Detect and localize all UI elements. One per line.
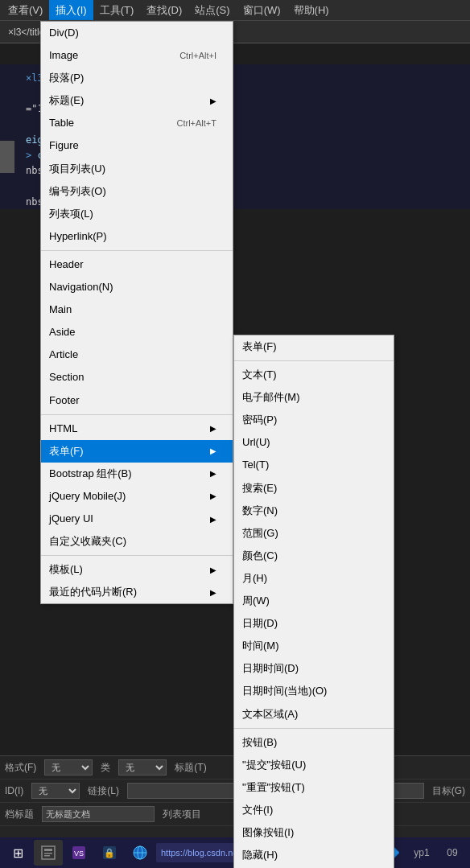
- menu-bar: 查看(V) 插入(I) 工具(T) 查找(D) 站点(S) 窗口(W) 帮助(H…: [0, 0, 470, 21]
- arrow-jqueryui: ▶: [210, 512, 216, 526]
- arrow-jquerymobile: ▶: [210, 489, 216, 503]
- arrow-bootstrap: ▶: [210, 467, 216, 480]
- arrow-recent: ▶: [210, 586, 216, 599]
- taskbar-icon-3[interactable]: 🔒: [95, 840, 124, 866]
- menu-window[interactable]: 窗口(W): [237, 0, 287, 20]
- form-item-month[interactable]: 月(H): [234, 567, 394, 590]
- form-item-password[interactable]: 密码(P): [234, 409, 394, 431]
- menu-item-form[interactable]: 表单(F)▶: [41, 440, 233, 463]
- form-item-datetime-local[interactable]: 日期时间(当地)(O): [234, 680, 394, 702]
- separator-3: [41, 555, 233, 556]
- form-item-button[interactable]: 按钮(B): [234, 731, 394, 754]
- insert-dropdown: Div(D) ImageCtrl+Alt+I 段落(P) 标题(E)▶ Tabl…: [40, 21, 233, 604]
- menu-item-heading[interactable]: 标题(E)▶: [41, 89, 233, 112]
- taskbar-start[interactable]: ⊞: [3, 840, 32, 866]
- form-item-textarea[interactable]: 文本区域(A): [234, 703, 394, 726]
- menu-find[interactable]: 查找(D): [140, 0, 188, 20]
- svg-text:VS: VS: [74, 849, 84, 858]
- form-item-image-btn[interactable]: 图像按钮(I): [234, 821, 394, 844]
- form-item-week[interactable]: 周(W): [234, 590, 394, 612]
- svg-rect-1: [44, 849, 52, 851]
- taskbar-icon-7[interactable]: 09: [438, 840, 467, 866]
- menu-item-figure[interactable]: Figure: [41, 134, 233, 157]
- menu-insert[interactable]: 插入(I): [49, 0, 93, 20]
- svg-rect-2: [44, 853, 52, 854]
- menu-item-recent[interactable]: 最近的代码片断(R)▶: [41, 581, 233, 603]
- menu-item-custom[interactable]: 自定义收藏夹(C): [41, 530, 233, 553]
- form-sep-1: [234, 360, 394, 361]
- menu-item-hyperlink[interactable]: Hyperlink(P): [41, 225, 233, 248]
- arrow-html: ▶: [210, 422, 216, 435]
- menu-help[interactable]: 帮助(H): [287, 0, 336, 20]
- menu-item-template[interactable]: 模板(L)▶: [41, 558, 233, 581]
- menu-item-li[interactable]: 列表项(L): [41, 203, 233, 225]
- form-item-email[interactable]: 电子邮件(M): [234, 386, 394, 409]
- menu-item-aside[interactable]: Aside: [41, 321, 233, 343]
- shortcut-image: Ctrl+Alt+I: [155, 48, 216, 64]
- class-select[interactable]: 无: [118, 759, 167, 775]
- menu-item-table[interactable]: TableCtrl+Alt+T: [41, 112, 233, 134]
- menu-site[interactable]: 站点(S): [188, 0, 236, 20]
- id-select[interactable]: 无: [31, 783, 80, 799]
- form-item-time[interactable]: 时间(M): [234, 635, 394, 657]
- line-indicator: [0, 141, 14, 173]
- menu-item-footer[interactable]: Footer: [41, 389, 233, 412]
- link-label: 链接(L): [88, 784, 119, 798]
- form-sep-2: [234, 728, 394, 729]
- format-label: 格式(F): [5, 761, 36, 775]
- form-item-file[interactable]: 文件(I): [234, 799, 394, 821]
- menu-item-main[interactable]: Main: [41, 298, 233, 321]
- title-label: 档标题: [5, 808, 34, 821]
- menu-item-ul[interactable]: 项目列表(U): [41, 158, 233, 180]
- menu-item-jquerymobile[interactable]: jQuery Mobile(J)▶: [41, 485, 233, 508]
- form-item-hidden[interactable]: 隐藏(H): [234, 844, 394, 866]
- menu-item-article[interactable]: Article: [41, 343, 233, 366]
- menu-item-div[interactable]: Div(D): [41, 22, 233, 44]
- menu-item-navigation[interactable]: Navigation(N): [41, 276, 233, 298]
- title-input[interactable]: [42, 806, 155, 822]
- form-item-tel[interactable]: Tel(T): [234, 454, 394, 476]
- class-label: 类: [101, 761, 110, 775]
- form-item-number[interactable]: 数字(N): [234, 500, 394, 522]
- format-select[interactable]: 无: [44, 759, 93, 775]
- menu-tools[interactable]: 工具(T): [93, 0, 141, 20]
- shortcut-table: Ctrl+Alt+T: [152, 116, 216, 131]
- separator-2: [41, 414, 233, 415]
- form-item-reset[interactable]: "重置"按钮(T): [234, 776, 394, 799]
- form-item-datetime[interactable]: 日期时间(D): [234, 657, 394, 680]
- arrow-template: ▶: [210, 563, 216, 577]
- menu-item-html[interactable]: HTML▶: [41, 418, 233, 440]
- taskbar-icon-6[interactable]: yp1: [407, 840, 436, 866]
- form-item-color[interactable]: 颜色(C): [234, 545, 394, 567]
- form-item-range[interactable]: 范围(G): [234, 522, 394, 545]
- form-item-text[interactable]: 文本(T): [234, 364, 394, 386]
- taskbar-icon-2[interactable]: VS: [64, 840, 93, 866]
- form-item-url[interactable]: Url(U): [234, 431, 394, 454]
- form-item-submit[interactable]: "提交"按钮(U): [234, 754, 394, 776]
- svg-rect-3: [44, 855, 50, 857]
- form-item-search[interactable]: 搜索(E): [234, 477, 394, 500]
- form-item-date[interactable]: 日期(D): [234, 612, 394, 635]
- menu-item-header[interactable]: Header: [41, 253, 233, 276]
- right-label-2: 目标(G): [432, 784, 465, 798]
- menu-view[interactable]: 查看(V): [2, 0, 49, 20]
- menu-item-jqueryui[interactable]: jQuery UI▶: [41, 508, 233, 530]
- menu-item-section[interactable]: Section: [41, 366, 233, 389]
- separator-1: [41, 250, 233, 251]
- menu-item-ol[interactable]: 编号列表(O): [41, 180, 233, 203]
- taskbar-icon-1[interactable]: [34, 840, 63, 866]
- arrow-form: ▶: [210, 444, 216, 458]
- right-label-1: 标题(T): [175, 761, 206, 775]
- arrow-heading: ▶: [210, 94, 216, 108]
- taskbar-icon-4[interactable]: [126, 840, 155, 866]
- svg-text:🔒: 🔒: [104, 847, 115, 858]
- menu-item-paragraph[interactable]: 段落(P): [41, 67, 233, 89]
- id-label: ID(I): [5, 785, 23, 796]
- right-label-3: 列表项目: [163, 808, 201, 821]
- menu-item-image[interactable]: ImageCtrl+Alt+I: [41, 44, 233, 67]
- form-submenu: 表单(F) 文本(T) 电子邮件(M) 密码(P) Url(U) Tel(T) …: [233, 335, 394, 868]
- form-item-form[interactable]: 表单(F): [234, 335, 394, 358]
- menu-item-bootstrap[interactable]: Bootstrap 组件(B)▶: [41, 463, 233, 485]
